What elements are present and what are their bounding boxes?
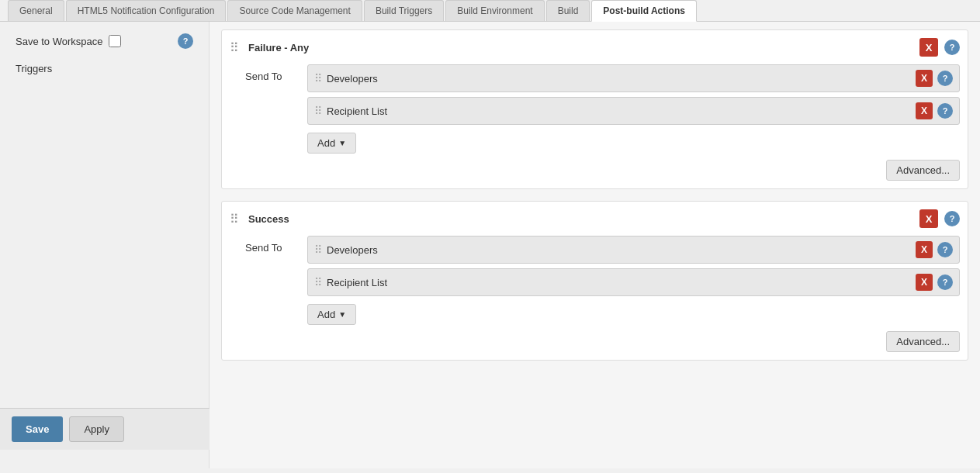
apply-button[interactable]: Apply [69, 416, 124, 442]
success-section-title: Success [248, 213, 913, 225]
failure-recipientlist-name: Recipient List [327, 105, 911, 117]
success-recipientlist-remove[interactable]: X [916, 274, 933, 291]
tab-general[interactable]: General [8, 0, 64, 21]
success-recipient-list: ⠿ Recipient List X ? [307, 268, 960, 296]
success-remove-button[interactable]: X [919, 209, 938, 228]
failure-recipientlist-remove[interactable]: X [916, 102, 933, 119]
success-developers-remove[interactable]: X [916, 241, 933, 258]
failure-developers-help[interactable]: ? [937, 71, 953, 86]
success-send-to-label: Send To [245, 236, 300, 254]
failure-developers-name: Developers [327, 73, 911, 85]
failure-recipientlist-drag[interactable]: ⠿ [314, 105, 322, 117]
success-developers-drag[interactable]: ⠿ [314, 243, 322, 256]
success-section-header: ⠿ Success X ? [230, 209, 960, 228]
success-add-dropdown-arrow: ▼ [338, 310, 346, 319]
tab-scm[interactable]: Source Code Management [227, 0, 362, 21]
save-to-workspace-row: Save to Workspace ? [0, 29, 209, 53]
success-section: ⠿ Success X ? Send To ⠿ Developers X ? [221, 201, 968, 361]
failure-footer: Advanced... [230, 154, 960, 181]
workspace-help-icon[interactable]: ? [178, 33, 193, 49]
failure-recipient-developers: ⠿ Developers X ? [307, 64, 960, 92]
sidebar-item-triggers[interactable]: Triggers [0, 57, 209, 81]
success-drag-handle[interactable]: ⠿ [230, 212, 239, 226]
success-add-label: Add [317, 309, 335, 320]
success-recipientlist-name: Recipient List [327, 277, 911, 288]
sidebar: Save to Workspace ? Triggers Save Apply [0, 22, 210, 468]
main-layout: Save to Workspace ? Triggers Save Apply … [0, 22, 980, 468]
save-button[interactable]: Save [12, 416, 63, 442]
workspace-checkbox[interactable] [109, 35, 121, 47]
content-area: ⠿ Failure - Any X ? Send To ⠿ Developers… [210, 22, 980, 468]
tab-build-triggers[interactable]: Build Triggers [364, 0, 444, 21]
failure-help-icon[interactable]: ? [944, 40, 960, 55]
failure-section-title: Failure - Any [248, 42, 913, 54]
failure-section: ⠿ Failure - Any X ? Send To ⠿ Developers… [221, 29, 968, 189]
tab-build-env[interactable]: Build Environment [445, 0, 544, 21]
failure-send-to-row: Send To ⠿ Developers X ? ⠿ Recipient Lis… [245, 64, 960, 154]
failure-recipientlist-help[interactable]: ? [937, 103, 953, 119]
success-add-button[interactable]: Add ▼ [307, 304, 356, 325]
failure-section-header: ⠿ Failure - Any X ? [230, 38, 960, 57]
success-recipient-developers: ⠿ Developers X ? [307, 236, 960, 264]
success-developers-name: Developers [327, 244, 911, 256]
tab-post-build[interactable]: Post-build Actions [591, 0, 697, 22]
failure-advanced-button[interactable]: Advanced... [886, 160, 960, 181]
success-advanced-button[interactable]: Advanced... [886, 331, 960, 352]
failure-remove-button[interactable]: X [919, 38, 938, 57]
failure-developers-drag[interactable]: ⠿ [314, 72, 322, 85]
failure-add-dropdown-arrow: ▼ [338, 139, 346, 147]
success-recipientlist-help[interactable]: ? [937, 274, 953, 290]
failure-developers-remove[interactable]: X [916, 70, 933, 87]
tab-html5[interactable]: HTML5 Notification Configuration [66, 0, 227, 21]
failure-add-label: Add [317, 137, 335, 149]
failure-recipients: ⠿ Developers X ? ⠿ Recipient List X ? Ad… [307, 64, 960, 154]
success-footer: Advanced... [230, 325, 960, 352]
success-recipientlist-drag[interactable]: ⠿ [314, 276, 322, 288]
success-recipients: ⠿ Developers X ? ⠿ Recipient List X ? Ad… [307, 236, 960, 325]
failure-send-to-label: Send To [245, 64, 300, 82]
failure-drag-handle[interactable]: ⠿ [230, 40, 239, 55]
tab-build[interactable]: Build [546, 0, 590, 21]
failure-recipient-list: ⠿ Recipient List X ? [307, 97, 960, 125]
bottom-action-bar: Save Apply [0, 408, 210, 450]
success-send-to-row: Send To ⠿ Developers X ? ⠿ Recipient Lis… [245, 236, 960, 325]
failure-add-button[interactable]: Add ▼ [307, 133, 356, 154]
success-help-icon[interactable]: ? [944, 211, 960, 226]
top-tab-bar: General HTML5 Notification Configuration… [0, 0, 980, 22]
success-developers-help[interactable]: ? [937, 242, 953, 257]
workspace-label: Save to Workspace [16, 36, 102, 47]
